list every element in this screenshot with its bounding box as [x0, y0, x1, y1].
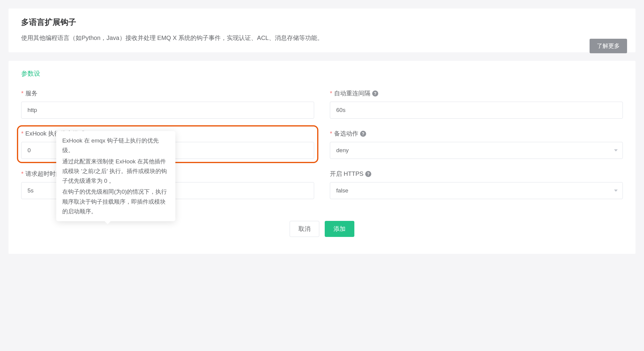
required-mark: * [330, 90, 332, 97]
learn-more-button[interactable]: 了解更多 [590, 39, 627, 53]
label-text: 开启 HTTPS [330, 170, 363, 178]
chevron-down-icon [614, 149, 618, 152]
field-label: * 自动重连间隔 ? [330, 89, 623, 97]
label-text: 服务 [25, 89, 37, 97]
header-card: 多语言扩展钩子 使用其他编程语言（如Python，Java）接收并处理 EMQ … [8, 8, 636, 52]
form-item-server-address: * 服务 [21, 89, 314, 119]
form-item-failed-action: * 备选动作 ? deny [330, 130, 623, 159]
required-mark: * [21, 170, 24, 177]
enable-https-select[interactable]: false [330, 182, 623, 199]
required-mark: * [21, 90, 24, 97]
label-text: 备选动作 [334, 130, 358, 138]
required-mark: * [21, 130, 24, 137]
label-text: 自动重连间隔 [334, 89, 370, 97]
help-icon[interactable]: ? [360, 131, 366, 137]
section-title: 参数设 [21, 69, 623, 78]
failed-action-select[interactable]: deny [330, 142, 623, 159]
tooltip-line: ExHook 在 emqx 钩子链上执行的优先级。 [62, 136, 169, 156]
server-address-input[interactable] [21, 102, 314, 119]
tooltip-line: 通过此配置来强制使 ExHook 在其他插件或模块 '之前/之后' 执行。插件或… [62, 157, 169, 186]
form-item-enable-https: 开启 HTTPS ? false [330, 170, 623, 199]
form-item-reconnect-interval: * 自动重连间隔 ? [330, 89, 623, 119]
field-label: * 服务 [21, 89, 314, 97]
help-icon[interactable]: ? [372, 90, 378, 97]
field-label: * 备选动作 ? [330, 130, 623, 138]
tooltip-line: 在钩子的优先级相同(为0)的情况下，执行顺序取决于钩子挂载顺序，即插件或模块的启… [62, 187, 169, 216]
select-value: deny [336, 147, 349, 154]
page-description: 使用其他编程语言（如Python，Java）接收并处理 EMQ X 系统的钩子事… [21, 33, 623, 43]
submit-button[interactable]: 添加 [325, 221, 354, 237]
chevron-down-icon [614, 190, 618, 192]
priority-tooltip: ExHook 在 emqx 钩子链上执行的优先级。 通过此配置来强制使 ExHo… [56, 131, 175, 221]
required-mark: * [330, 130, 332, 137]
form-actions: 取消 添加 [21, 221, 623, 237]
help-icon[interactable]: ? [365, 171, 371, 177]
field-label: 开启 HTTPS ? [330, 170, 623, 178]
select-value: false [336, 187, 348, 194]
cancel-button[interactable]: 取消 [290, 221, 319, 237]
reconnect-interval-input[interactable] [330, 102, 623, 119]
form-card: ExHook 在 emqx 钩子链上执行的优先级。 通过此配置来强制使 ExHo… [8, 61, 636, 254]
page-title: 多语言扩展钩子 [21, 17, 623, 28]
